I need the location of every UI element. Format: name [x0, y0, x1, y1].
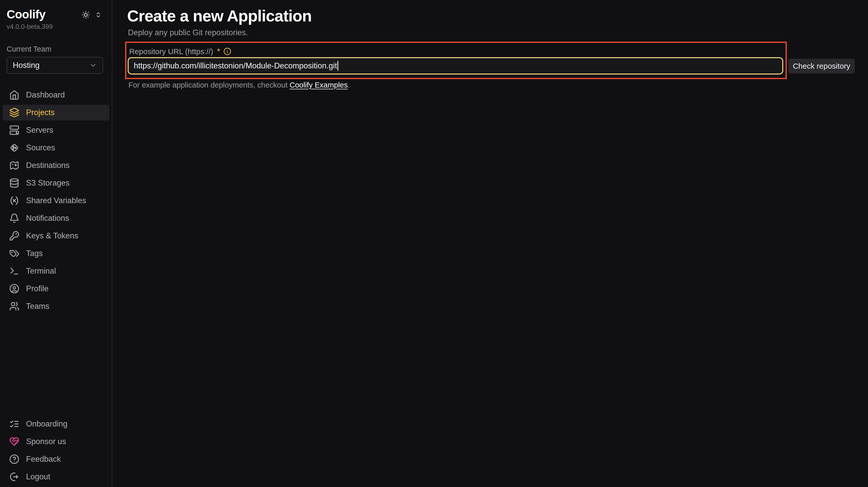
chevron-down-icon: [89, 62, 97, 69]
sidebar-header: Coolify v4.0.0-beta.399 Current Team Hos…: [0, 0, 112, 74]
help-circle-icon: [9, 454, 20, 464]
main-content: Create a new Application Deploy any publ…: [112, 0, 868, 487]
sidebar-item-label: Destinations: [26, 161, 70, 170]
sidebar: Coolify v4.0.0-beta.399 Current Team Hos…: [0, 0, 112, 487]
sidebar-item-notifications[interactable]: Notifications: [3, 210, 109, 226]
terminal-icon: [9, 266, 20, 276]
sidebar-item-projects[interactable]: Projects: [3, 105, 109, 121]
page-subtitle: Deploy any public Git repositories.: [128, 28, 248, 37]
repository-url-input[interactable]: https://github.com/illicitestonion/Modul…: [128, 57, 783, 74]
sidebar-item-s3-storages[interactable]: S3 Storages: [3, 175, 109, 191]
required-marker: *: [217, 47, 220, 56]
team-select-value: Hosting: [13, 61, 89, 70]
sidebar-item-label: Onboarding: [26, 419, 67, 428]
variable-icon: [9, 196, 20, 206]
sidebar-item-label: Teams: [26, 302, 49, 311]
bell-icon: [9, 213, 20, 223]
sidebar-item-label: Terminal: [26, 266, 56, 275]
sidebar-item-shared-variables[interactable]: Shared Variables: [3, 193, 109, 208]
sidebar-item-label: Keys & Tokens: [26, 231, 78, 240]
sidebar-item-keys-tokens[interactable]: Keys & Tokens: [3, 228, 109, 244]
app-logo: Coolify: [7, 8, 45, 21]
logout-icon: [9, 472, 20, 482]
sidebar-item-onboarding[interactable]: Onboarding: [3, 416, 109, 432]
sidebar-item-logout[interactable]: Logout: [3, 469, 109, 485]
layers-icon: [9, 107, 20, 118]
sidebar-item-label: Sponsor us: [26, 437, 66, 446]
sidebar-item-label: Notifications: [26, 214, 69, 223]
repository-url-label: Repository URL (https://): [129, 47, 213, 56]
sidebar-item-profile[interactable]: Profile: [3, 281, 109, 297]
sidebar-item-label: Logout: [26, 472, 50, 481]
heart-handshake-icon: [9, 436, 20, 447]
database-icon: [9, 178, 20, 188]
coolify-examples-link[interactable]: Coolify Examples: [289, 80, 348, 89]
sidebar-item-terminal[interactable]: Terminal: [3, 263, 109, 279]
repository-url-label-row: Repository URL (https://) *: [129, 47, 231, 56]
check-repository-button[interactable]: Check repository: [788, 59, 855, 73]
sidebar-item-sources[interactable]: Sources: [3, 140, 109, 156]
list-checks-icon: [9, 419, 20, 429]
sidebar-item-label: Sources: [26, 143, 55, 152]
sidebar-item-label: Dashboard: [26, 90, 65, 100]
sun-icon[interactable]: [81, 10, 90, 20]
sidebar-item-label: Projects: [26, 108, 55, 117]
text-caret: [338, 61, 338, 71]
sidebar-item-label: Tags: [26, 249, 43, 258]
map-icon: [9, 160, 20, 170]
team-select[interactable]: Hosting: [7, 57, 103, 74]
sidebar-item-destinations[interactable]: Destinations: [3, 158, 109, 173]
helper-text: For example application deployments, che…: [128, 80, 350, 89]
sidebar-item-tags[interactable]: Tags: [3, 246, 109, 261]
git-source-icon: [9, 143, 20, 153]
repository-url-value: https://github.com/illicitestonion/Modul…: [134, 61, 337, 70]
server-icon: [9, 125, 20, 135]
sidebar-item-sponsor-us[interactable]: Sponsor us: [3, 434, 109, 450]
sidebar-footer-nav: Onboarding Sponsor us Feedback Logout: [0, 414, 112, 486]
sidebar-item-feedback[interactable]: Feedback: [3, 451, 109, 467]
app-version: v4.0.0-beta.399: [7, 23, 105, 31]
sidebar-item-label: Servers: [26, 126, 53, 135]
sidebar-item-teams[interactable]: Teams: [3, 298, 109, 314]
sidebar-item-label: Feedback: [26, 455, 61, 464]
sidebar-item-label: Shared Variables: [26, 196, 86, 205]
current-team-label: Current Team: [7, 45, 105, 53]
info-icon[interactable]: [223, 47, 231, 55]
sidebar-item-dashboard[interactable]: Dashboard: [3, 87, 109, 103]
sidebar-item-label: Profile: [26, 284, 49, 293]
tag-icon: [9, 248, 20, 259]
users-icon: [9, 301, 20, 312]
sidebar-item-label: S3 Storages: [26, 178, 70, 188]
page-title: Create a new Application: [127, 7, 312, 25]
home-icon: [9, 90, 20, 100]
sidebar-item-servers[interactable]: Servers: [3, 122, 109, 138]
user-circle-icon: [9, 284, 20, 294]
key-icon: [9, 231, 20, 241]
chevrons-up-down-icon[interactable]: [95, 11, 102, 18]
sidebar-nav: Dashboard Projects Servers Sources Desti…: [0, 85, 112, 316]
